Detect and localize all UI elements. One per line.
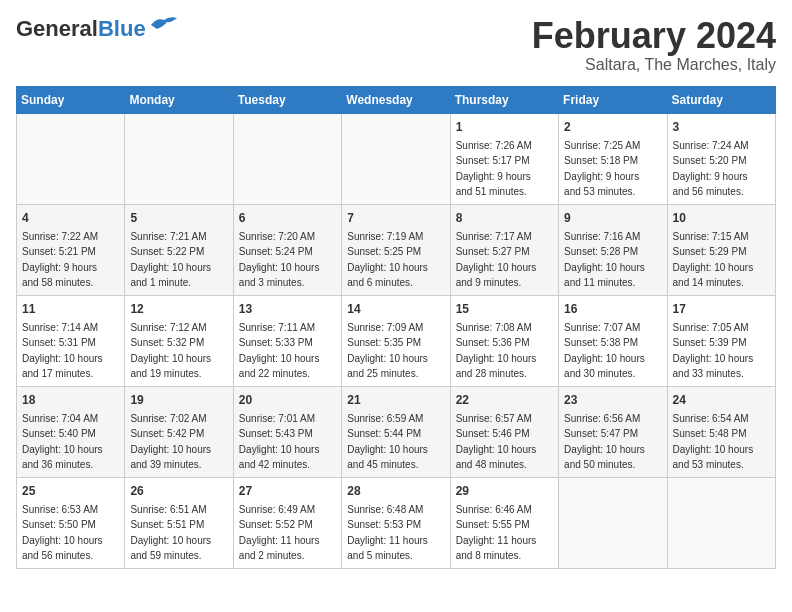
day-number: 28 [347, 482, 444, 500]
calendar-week-row: 1Sunrise: 7:26 AMSunset: 5:17 PMDaylight… [17, 113, 776, 204]
day-info: Sunrise: 7:22 AMSunset: 5:21 PMDaylight:… [22, 229, 119, 291]
day-of-week-header: Sunday [17, 86, 125, 113]
calendar-cell: 1Sunrise: 7:26 AMSunset: 5:17 PMDaylight… [450, 113, 558, 204]
day-of-week-header: Thursday [450, 86, 558, 113]
header-row: SundayMondayTuesdayWednesdayThursdayFrid… [17, 86, 776, 113]
logo-blue-text: Blue [98, 16, 146, 42]
day-number: 9 [564, 209, 661, 227]
day-info: Sunrise: 6:46 AMSunset: 5:55 PMDaylight:… [456, 502, 553, 564]
day-of-week-header: Friday [559, 86, 667, 113]
day-info: Sunrise: 7:25 AMSunset: 5:18 PMDaylight:… [564, 138, 661, 200]
calendar-cell [667, 477, 775, 568]
day-info: Sunrise: 7:04 AMSunset: 5:40 PMDaylight:… [22, 411, 119, 473]
calendar-week-row: 25Sunrise: 6:53 AMSunset: 5:50 PMDayligh… [17, 477, 776, 568]
calendar-cell [233, 113, 341, 204]
day-number: 8 [456, 209, 553, 227]
day-number: 5 [130, 209, 227, 227]
calendar-cell: 27Sunrise: 6:49 AMSunset: 5:52 PMDayligh… [233, 477, 341, 568]
day-number: 18 [22, 391, 119, 409]
calendar-cell: 13Sunrise: 7:11 AMSunset: 5:33 PMDayligh… [233, 295, 341, 386]
calendar-cell: 12Sunrise: 7:12 AMSunset: 5:32 PMDayligh… [125, 295, 233, 386]
day-number: 12 [130, 300, 227, 318]
day-info: Sunrise: 7:15 AMSunset: 5:29 PMDaylight:… [673, 229, 770, 291]
calendar-cell: 16Sunrise: 7:07 AMSunset: 5:38 PMDayligh… [559, 295, 667, 386]
calendar-cell: 24Sunrise: 6:54 AMSunset: 5:48 PMDayligh… [667, 386, 775, 477]
calendar-cell: 25Sunrise: 6:53 AMSunset: 5:50 PMDayligh… [17, 477, 125, 568]
day-info: Sunrise: 7:12 AMSunset: 5:32 PMDaylight:… [130, 320, 227, 382]
day-number: 15 [456, 300, 553, 318]
month-title: February 2024 [532, 16, 776, 56]
day-number: 10 [673, 209, 770, 227]
calendar-cell: 29Sunrise: 6:46 AMSunset: 5:55 PMDayligh… [450, 477, 558, 568]
calendar-week-row: 4Sunrise: 7:22 AMSunset: 5:21 PMDaylight… [17, 204, 776, 295]
day-info: Sunrise: 7:09 AMSunset: 5:35 PMDaylight:… [347, 320, 444, 382]
calendar-cell: 17Sunrise: 7:05 AMSunset: 5:39 PMDayligh… [667, 295, 775, 386]
day-number: 20 [239, 391, 336, 409]
day-info: Sunrise: 7:11 AMSunset: 5:33 PMDaylight:… [239, 320, 336, 382]
calendar-cell: 20Sunrise: 7:01 AMSunset: 5:43 PMDayligh… [233, 386, 341, 477]
day-number: 17 [673, 300, 770, 318]
title-block: February 2024 Saltara, The Marches, Ital… [532, 16, 776, 74]
day-info: Sunrise: 7:17 AMSunset: 5:27 PMDaylight:… [456, 229, 553, 291]
day-number: 11 [22, 300, 119, 318]
day-info: Sunrise: 7:05 AMSunset: 5:39 PMDaylight:… [673, 320, 770, 382]
calendar-cell: 26Sunrise: 6:51 AMSunset: 5:51 PMDayligh… [125, 477, 233, 568]
page-header: GeneralBlue February 2024 Saltara, The M… [16, 16, 776, 74]
calendar-cell: 18Sunrise: 7:04 AMSunset: 5:40 PMDayligh… [17, 386, 125, 477]
day-number: 21 [347, 391, 444, 409]
day-number: 1 [456, 118, 553, 136]
day-number: 27 [239, 482, 336, 500]
day-number: 2 [564, 118, 661, 136]
day-number: 29 [456, 482, 553, 500]
calendar-cell: 10Sunrise: 7:15 AMSunset: 5:29 PMDayligh… [667, 204, 775, 295]
calendar-week-row: 11Sunrise: 7:14 AMSunset: 5:31 PMDayligh… [17, 295, 776, 386]
day-info: Sunrise: 7:26 AMSunset: 5:17 PMDaylight:… [456, 138, 553, 200]
day-number: 6 [239, 209, 336, 227]
calendar-table: SundayMondayTuesdayWednesdayThursdayFrid… [16, 86, 776, 569]
day-info: Sunrise: 7:01 AMSunset: 5:43 PMDaylight:… [239, 411, 336, 473]
day-info: Sunrise: 7:07 AMSunset: 5:38 PMDaylight:… [564, 320, 661, 382]
day-info: Sunrise: 6:59 AMSunset: 5:44 PMDaylight:… [347, 411, 444, 473]
day-of-week-header: Saturday [667, 86, 775, 113]
calendar-cell: 21Sunrise: 6:59 AMSunset: 5:44 PMDayligh… [342, 386, 450, 477]
calendar-cell: 19Sunrise: 7:02 AMSunset: 5:42 PMDayligh… [125, 386, 233, 477]
day-number: 4 [22, 209, 119, 227]
day-info: Sunrise: 6:49 AMSunset: 5:52 PMDaylight:… [239, 502, 336, 564]
day-info: Sunrise: 6:48 AMSunset: 5:53 PMDaylight:… [347, 502, 444, 564]
calendar-cell: 8Sunrise: 7:17 AMSunset: 5:27 PMDaylight… [450, 204, 558, 295]
day-number: 25 [22, 482, 119, 500]
day-info: Sunrise: 7:08 AMSunset: 5:36 PMDaylight:… [456, 320, 553, 382]
day-number: 26 [130, 482, 227, 500]
day-number: 7 [347, 209, 444, 227]
calendar-cell: 3Sunrise: 7:24 AMSunset: 5:20 PMDaylight… [667, 113, 775, 204]
calendar-cell: 6Sunrise: 7:20 AMSunset: 5:24 PMDaylight… [233, 204, 341, 295]
calendar-cell [17, 113, 125, 204]
location-title: Saltara, The Marches, Italy [532, 56, 776, 74]
logo: GeneralBlue [16, 16, 179, 42]
day-info: Sunrise: 7:20 AMSunset: 5:24 PMDaylight:… [239, 229, 336, 291]
day-of-week-header: Wednesday [342, 86, 450, 113]
logo-bird-icon [149, 15, 179, 37]
day-of-week-header: Tuesday [233, 86, 341, 113]
calendar-cell: 4Sunrise: 7:22 AMSunset: 5:21 PMDaylight… [17, 204, 125, 295]
day-info: Sunrise: 6:51 AMSunset: 5:51 PMDaylight:… [130, 502, 227, 564]
day-info: Sunrise: 7:24 AMSunset: 5:20 PMDaylight:… [673, 138, 770, 200]
calendar-cell [559, 477, 667, 568]
calendar-week-row: 18Sunrise: 7:04 AMSunset: 5:40 PMDayligh… [17, 386, 776, 477]
calendar-cell: 14Sunrise: 7:09 AMSunset: 5:35 PMDayligh… [342, 295, 450, 386]
day-number: 24 [673, 391, 770, 409]
calendar-cell: 22Sunrise: 6:57 AMSunset: 5:46 PMDayligh… [450, 386, 558, 477]
day-info: Sunrise: 7:02 AMSunset: 5:42 PMDaylight:… [130, 411, 227, 473]
day-info: Sunrise: 6:56 AMSunset: 5:47 PMDaylight:… [564, 411, 661, 473]
day-info: Sunrise: 7:16 AMSunset: 5:28 PMDaylight:… [564, 229, 661, 291]
day-number: 14 [347, 300, 444, 318]
day-info: Sunrise: 7:19 AMSunset: 5:25 PMDaylight:… [347, 229, 444, 291]
day-number: 13 [239, 300, 336, 318]
day-of-week-header: Monday [125, 86, 233, 113]
day-number: 16 [564, 300, 661, 318]
day-info: Sunrise: 7:14 AMSunset: 5:31 PMDaylight:… [22, 320, 119, 382]
day-info: Sunrise: 7:21 AMSunset: 5:22 PMDaylight:… [130, 229, 227, 291]
calendar-cell: 7Sunrise: 7:19 AMSunset: 5:25 PMDaylight… [342, 204, 450, 295]
day-info: Sunrise: 6:57 AMSunset: 5:46 PMDaylight:… [456, 411, 553, 473]
calendar-cell: 15Sunrise: 7:08 AMSunset: 5:36 PMDayligh… [450, 295, 558, 386]
